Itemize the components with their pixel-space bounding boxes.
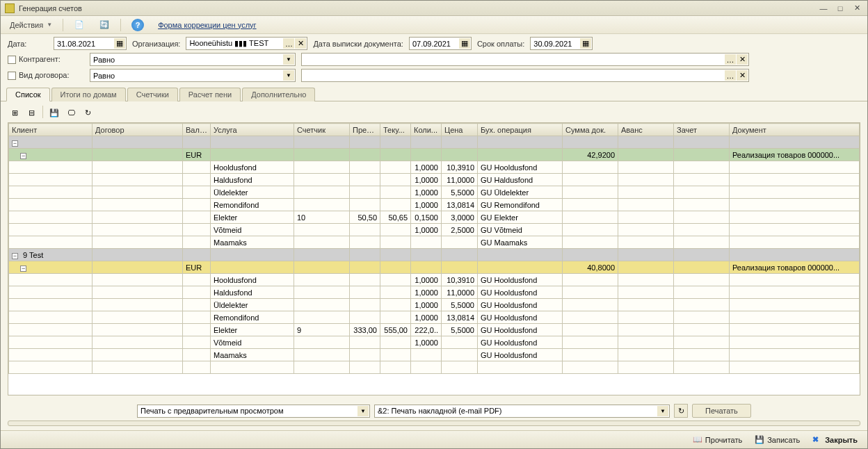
cell[interactable]: GU Hooldusfond <box>478 349 563 361</box>
cell[interactable] <box>730 199 860 211</box>
cell[interactable] <box>380 136 411 149</box>
clear-icon[interactable]: ✕ <box>737 54 748 65</box>
cell[interactable]: 10,3910 <box>442 274 478 286</box>
cell[interactable] <box>183 186 211 199</box>
cell[interactable] <box>442 149 478 161</box>
cell[interactable] <box>9 211 93 224</box>
cell[interactable] <box>730 361 860 374</box>
cell[interactable] <box>294 199 350 211</box>
cell[interactable]: Maamaks <box>211 236 294 249</box>
cell[interactable] <box>730 136 860 149</box>
cell[interactable]: GU Remondifond <box>478 199 563 211</box>
cell[interactable] <box>563 349 618 361</box>
date-field[interactable]: 31.08.2021 ▦ <box>54 37 127 50</box>
actions-menu[interactable]: Действия ▼ <box>5 18 57 32</box>
cell[interactable]: Haldusfond <box>211 286 294 299</box>
cell[interactable]: 50,50 <box>350 211 380 224</box>
cell[interactable] <box>674 299 730 311</box>
col-qty[interactable]: Коли... <box>411 124 442 136</box>
cell[interactable] <box>618 311 674 324</box>
cell[interactable]: − 9 Test <box>9 249 93 261</box>
cell[interactable] <box>380 336 411 349</box>
cell[interactable] <box>93 236 183 249</box>
cell[interactable] <box>9 224 93 236</box>
cell[interactable] <box>563 136 618 149</box>
cell[interactable] <box>478 149 563 161</box>
cell[interactable] <box>730 324 860 336</box>
read-button[interactable]: 📖Прочитать <box>690 434 745 446</box>
cell[interactable] <box>183 249 211 261</box>
cell[interactable] <box>442 236 478 249</box>
cell[interactable]: Реализация товаров 000000... <box>730 149 860 161</box>
clear-icon[interactable]: ✕ <box>295 38 306 49</box>
detail-row[interactable]: Haldusfond1,000011,0000GU Hooldusfond <box>9 286 860 299</box>
cell[interactable]: GU Hooldusfond <box>478 274 563 286</box>
cell[interactable] <box>618 136 674 149</box>
group-header-row[interactable]: − <box>9 136 860 149</box>
cell[interactable] <box>183 349 211 361</box>
collapse-icon[interactable]: − <box>20 153 26 159</box>
cell[interactable]: 40,8000 <box>563 261 618 274</box>
cell[interactable] <box>294 299 350 311</box>
cell[interactable] <box>442 261 478 274</box>
cell[interactable] <box>380 161 411 174</box>
cell[interactable] <box>478 261 563 274</box>
cell[interactable] <box>674 186 730 199</box>
cell[interactable] <box>211 149 294 161</box>
cell[interactable] <box>183 199 211 211</box>
detail-row[interactable]: Remondifond1,000013,0814GU Remondifond <box>9 199 860 211</box>
cell[interactable]: 13,0814 <box>442 311 478 324</box>
cell[interactable]: 13,0814 <box>442 199 478 211</box>
cell[interactable] <box>674 161 730 174</box>
cell[interactable]: Üldelekter <box>211 299 294 311</box>
cell[interactable] <box>674 361 730 374</box>
cell[interactable] <box>563 236 618 249</box>
cell[interactable] <box>730 186 860 199</box>
cell[interactable]: GU Elekter <box>478 211 563 224</box>
cell[interactable] <box>93 274 183 286</box>
cell[interactable] <box>674 274 730 286</box>
tab-list[interactable]: Список <box>6 88 50 101</box>
cell[interactable] <box>563 161 618 174</box>
col-contract[interactable]: Договор <box>93 124 183 136</box>
cell[interactable] <box>294 236 350 249</box>
help-button[interactable]: ? <box>127 18 149 32</box>
cell[interactable]: Remondifond <box>211 311 294 324</box>
cell[interactable] <box>350 286 380 299</box>
cell[interactable] <box>294 149 350 161</box>
calendar-icon[interactable]: ▦ <box>459 38 470 49</box>
cell[interactable] <box>350 311 380 324</box>
cell[interactable] <box>380 299 411 311</box>
price-correction-link[interactable]: Форма коррекции цен услуг <box>153 18 261 32</box>
cell[interactable] <box>183 236 211 249</box>
cell[interactable]: Võtmeid <box>211 336 294 349</box>
cell[interactable] <box>411 349 442 361</box>
cell[interactable]: GU Üldelekter <box>478 186 563 199</box>
cell[interactable] <box>618 236 674 249</box>
due-field[interactable]: 30.09.2021 ▦ <box>530 37 593 50</box>
cell[interactable] <box>442 136 478 149</box>
detail-row[interactable]: Elekter9333,00555,00222,0..5,5000GU Hool… <box>9 324 860 336</box>
cell[interactable]: 222,0.. <box>411 324 442 336</box>
tool-icon-1[interactable]: 📄 <box>69 18 90 32</box>
cell[interactable] <box>563 324 618 336</box>
cell[interactable] <box>674 199 730 211</box>
cell[interactable] <box>294 161 350 174</box>
cell[interactable] <box>294 274 350 286</box>
cell[interactable] <box>442 349 478 361</box>
col-currency[interactable]: Валю... <box>183 124 211 136</box>
cell[interactable] <box>563 211 618 224</box>
cell[interactable]: − <box>9 261 93 274</box>
cell[interactable]: 9 <box>294 324 350 336</box>
detail-row[interactable]: Üldelekter1,00005,5000GU Hooldusfond <box>9 299 860 311</box>
close-window-button[interactable]: ✕ <box>851 3 863 14</box>
refresh-print-button[interactable]: ↻ <box>674 404 688 418</box>
cell[interactable]: 5,5000 <box>442 324 478 336</box>
cell[interactable]: − <box>9 149 93 161</box>
cell[interactable] <box>411 236 442 249</box>
cell[interactable] <box>93 249 183 261</box>
save-button[interactable]: 💾 <box>47 106 61 120</box>
detail-row[interactable]: MaamaksGU Maamaks <box>9 236 860 249</box>
cell[interactable] <box>730 174 860 186</box>
cell[interactable] <box>350 361 380 374</box>
